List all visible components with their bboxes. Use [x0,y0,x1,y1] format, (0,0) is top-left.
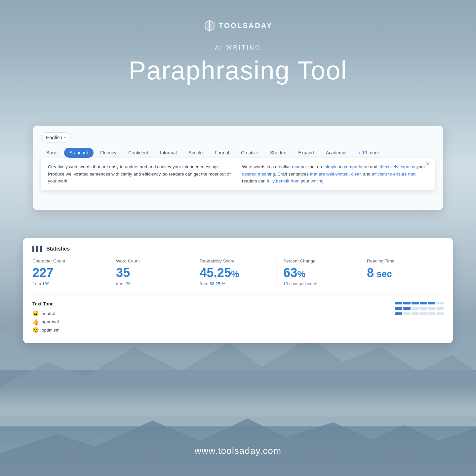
language-label: English [46,135,62,140]
bar-filled-0-0 [395,302,402,304]
logo-area: TOOLSADAY [204,20,273,32]
stat-sub-0: from 189 [32,281,102,286]
chevron-down-icon: ▾ [64,136,66,139]
header: TOOLSADAY AI WRITING Paraphrasing Tool [0,20,476,85]
mode-tab-expand[interactable]: Expand [293,148,319,158]
tone-bars [395,301,444,315]
bar-empty-2-5 [436,312,444,315]
mode-tab-basic[interactable]: Basic [41,148,63,158]
highlighted-craft: that are well-written, clear, [310,172,362,177]
highlighted-writing: writing. [311,178,325,183]
mode-tabs: BasicStandardFluencyConfidentInformalSim… [41,148,435,158]
bar-empty-1-4 [428,307,435,310]
bar-filled-0-4 [428,302,435,304]
stat-label-3: Percent Change [283,258,353,263]
mode-tab-simple[interactable]: Simple [183,148,208,158]
tone-label-0: neutral [42,311,55,316]
tone-label-2: optimism [42,328,60,333]
bar-filled-0-3 [420,302,427,304]
mode-tab-shorten[interactable]: Shorten [265,148,292,158]
mode-tab-confident[interactable]: Confident [123,148,153,158]
stats-grid: Character Count227from 189Word Count35fr… [32,258,444,295]
stat-item-3: Percent Change63%19 changed words [283,258,360,286]
stat-label-0: Character Count [32,258,102,263]
tooltip-popup: ✕ Creatively write words that are easy t… [41,158,435,190]
tone-item-2: 😊optimism [32,327,395,333]
stat-value-1: 35 [116,266,186,280]
mode-tab-standard[interactable]: Standard [64,148,94,158]
bar-empty-1-2 [412,307,419,310]
bar-empty-2-3 [420,312,427,315]
bar-filled-0-2 [412,302,419,304]
bar-row-1 [395,307,444,310]
tooltip-left-content: Creatively write words that are easy to … [48,164,231,183]
bar-filled-0-1 [403,302,411,304]
mode-tab-+-19-more[interactable]: + 19 more [353,148,384,158]
logo-icon [204,20,216,32]
tone-section: Text Tone 😐neutral👍approval😊optimism [32,301,444,335]
stats-card: ▌▌▌ Statistics Character Count227from 18… [23,238,453,343]
stat-sub-2: from 56.25 % [200,281,270,286]
stat-label-4: Reading Time [367,258,437,263]
mode-tab-fluency[interactable]: Fluency [95,148,122,158]
stat-value-4: 8 sec [367,266,437,280]
bar-empty-2-2 [412,312,419,315]
bar-empty-0-5 [436,302,444,304]
footer-url: www.toolsaday.com [195,446,281,456]
bar-empty-1-5 [436,307,444,310]
tone-title: Text Tone [32,301,395,306]
tone-left: Text Tone 😐neutral👍approval😊optimism [32,301,395,335]
tone-items: 😐neutral👍approval😊optimism [32,310,395,333]
stat-sub-3: 19 changed words [283,281,353,286]
close-button[interactable]: ✕ [426,161,430,167]
bar-row-2 [395,312,444,315]
tone-item-0: 😐neutral [32,310,395,317]
tooltip-left-text: Creatively write words that are easy to … [48,163,234,185]
highlighted-efficient: efficient to ensure that [372,172,416,177]
highlighted-meaning: desired meaning. [242,172,276,177]
stats-header: ▌▌▌ Statistics [32,246,444,252]
fog-layer [0,387,476,426]
top-card: English ▾ BasicStandardFluencyConfidentI… [33,126,443,210]
stat-label-1: Word Count [116,258,186,263]
bar-filled-1-0 [395,307,402,310]
highlighted-benefit: fully benefit from [267,178,299,183]
bar-empty-2-1 [403,312,411,315]
logo-text: TOOLSADAY [219,21,273,30]
language-selector[interactable]: English ▾ [41,132,71,142]
stats-title: Statistics [46,246,70,252]
subtitle: AI WRITING [215,44,261,51]
stat-value-2: 45.25% [200,266,270,280]
main-title: Paraphrasing Tool [129,57,347,85]
footer: www.toolsaday.com [0,446,476,456]
stat-item-1: Word Count35from 30 [116,258,193,286]
tooltip-right-text: Write words in a creative manner that ar… [242,163,428,185]
tooltip-area: ✕ Creatively write words that are easy t… [41,158,435,201]
tone-label-1: approval [42,319,59,324]
mode-tab-creative[interactable]: Creative [236,148,263,158]
card-area: English ▾ BasicStandardFluencyConfidentI… [33,126,443,210]
stat-value-0: 227 [32,266,102,280]
stat-label-2: Readability Score [200,258,270,263]
mode-tab-formal[interactable]: Formal [209,148,234,158]
stat-item-0: Character Count227from 189 [32,258,109,286]
stat-value-3: 63% [283,266,353,280]
stat-item-4: Reading Time8 sec [367,258,444,286]
mode-tab-academic[interactable]: Academic [321,148,351,158]
bar-filled-1-1 [403,307,411,310]
tone-emoji-2: 😊 [32,327,39,333]
stat-sub-1: from 30 [116,281,186,286]
mode-tab-informal[interactable]: Informal [155,148,182,158]
highlighted-comprehend: comprehend [344,164,369,169]
stat-item-2: Readability Score45.25%from 56.25 % [200,258,277,286]
tone-emoji-1: 👍 [32,319,39,325]
bar-empty-2-4 [428,312,435,315]
bar-filled-2-0 [395,312,402,315]
bar-row-0 [395,302,444,304]
bar-chart-icon: ▌▌▌ [32,246,44,252]
tone-emoji-0: 😐 [32,310,39,317]
highlighted-express: effectively express [378,164,415,169]
highlighted-simple: simple [325,164,337,169]
tone-item-1: 👍approval [32,319,395,325]
bar-empty-1-3 [420,307,427,310]
